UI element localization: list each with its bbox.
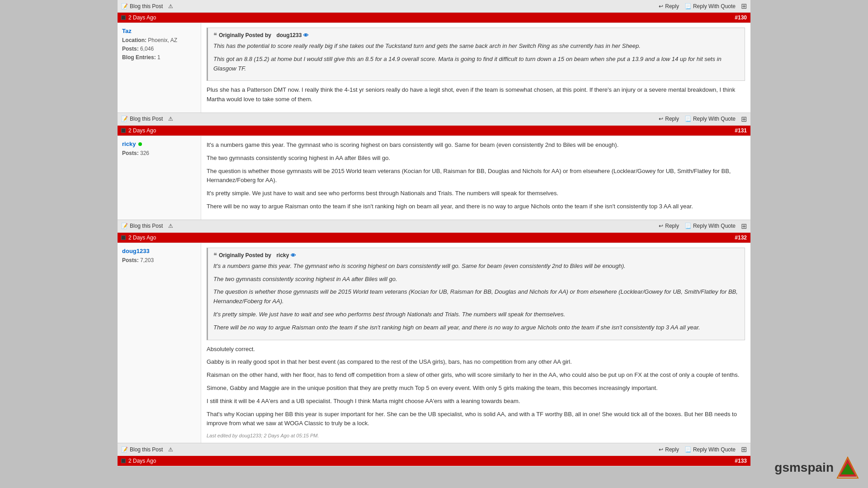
post-133-partial: 2 Days Ago #133 bbox=[118, 456, 750, 466]
post-130-reply-quote-icon: 📃 bbox=[684, 116, 691, 122]
post-130-footer-left: 📝 Blog this Post ⚠ bbox=[121, 116, 173, 122]
top-action-bar: 📝 Blog this Post ⚠ ↩ Reply 📃 Reply With … bbox=[118, 0, 750, 13]
post-132-time: 2 Days Ago bbox=[128, 235, 156, 241]
warn-icon-top[interactable]: ⚠ bbox=[168, 3, 173, 9]
post-132-quote-line-4: It's pretty simple. We just have to wait… bbox=[213, 310, 739, 319]
blog-this-post-top[interactable]: 📝 Blog this Post bbox=[121, 3, 163, 9]
post-132-text-5: I still think it will be 4 AA'ers and a … bbox=[207, 397, 745, 406]
post-131-user-meta: Posts: 326 bbox=[122, 149, 196, 158]
post-130: 2 Days Ago #130 Taz Location: Phoenix, A… bbox=[118, 13, 750, 126]
logo-icon bbox=[836, 456, 859, 466]
post-130-blog-button[interactable]: 📝 Blog this Post bbox=[121, 116, 163, 122]
post-131-content: It's a numbers game this year. The gymna… bbox=[201, 136, 750, 220]
post-130-quote-line-2: This got an 8.8 (15.2) at home but I wou… bbox=[213, 55, 739, 74]
post-132-blog-button[interactable]: 📝 Blog this Post bbox=[121, 446, 163, 453]
post-132-user-meta: Posts: 7,203 bbox=[122, 256, 196, 265]
post-132-view-post-icon[interactable]: 👁 bbox=[291, 253, 296, 258]
post-130-username: Taz bbox=[122, 28, 196, 34]
post-132-header: 2 Days Ago #132 bbox=[118, 233, 750, 243]
post-131-reply-quote-icon: 📃 bbox=[684, 223, 691, 229]
post-131-number: #131 bbox=[735, 127, 747, 134]
post-132-quote: ❝ Originally Posted by ricky 👁 It's a nu… bbox=[207, 248, 745, 340]
post-130-quote: ❝ Originally Posted by doug1233 👁 This h… bbox=[207, 28, 745, 81]
post-130-body: Taz Location: Phoenix, AZ Posts: 6,046 B… bbox=[118, 23, 750, 113]
post-130-reply-quote-button[interactable]: 📃 Reply With Quote bbox=[684, 116, 736, 122]
reply-with-quote-top-button[interactable]: 📃 Reply With Quote bbox=[684, 3, 736, 9]
post-131-footer: 📝 Blog this Post ⚠ ↩ Reply 📃 Reply With … bbox=[118, 220, 750, 232]
logo-text: gsmspain bbox=[774, 460, 834, 466]
post-132: 2 Days Ago #132 doug1233 Posts: 7,203 ❝ … bbox=[118, 233, 750, 456]
post-130-posts: Posts: 6,046 bbox=[122, 45, 196, 53]
post-131-posts: Posts: 326 bbox=[122, 149, 196, 158]
post-131-header: 2 Days Ago #131 bbox=[118, 126, 750, 136]
post-132-user-info: doug1233 Posts: 7,203 bbox=[118, 243, 201, 443]
post-131-username: ricky bbox=[122, 141, 196, 147]
post-130-reply-icon: ↩ bbox=[659, 116, 663, 122]
post-132-footer: 📝 Blog this Post ⚠ ↩ Reply 📃 Reply With … bbox=[118, 443, 750, 455]
post-130-blog-icon: 📝 bbox=[121, 116, 128, 122]
post-130-text-1: Plus she has a Patterson DMT now. I real… bbox=[207, 85, 745, 104]
post-132-quote-line-1: It's a numbers game this year. The gymna… bbox=[213, 262, 739, 271]
post-133-status-square bbox=[121, 459, 126, 463]
post-130-content: ❝ Originally Posted by doug1233 👁 This h… bbox=[201, 23, 750, 113]
post-132-warn-button[interactable]: ⚠ bbox=[168, 446, 173, 453]
post-132-quote-line-2: The two gymnasts consistently scoring hi… bbox=[213, 275, 739, 284]
post-130-quote-line-1: This has the potential to score really r… bbox=[213, 42, 739, 51]
post-131-header-left: 2 Days Ago bbox=[121, 127, 156, 134]
post-132-footer-right: ↩ Reply 📃 Reply With Quote ⊞ bbox=[659, 445, 747, 454]
reply-top-icon: ↩ bbox=[659, 3, 663, 9]
post-130-quoted-user: doug1233 bbox=[276, 32, 302, 38]
post-132-quote-line-3: The question is whether those gymnasts w… bbox=[213, 287, 739, 306]
post-132-text-4: Simone, Gabby and Maggie are in the uniq… bbox=[207, 384, 745, 393]
post-132-text-6: That's why Kocian upping her BB this yea… bbox=[207, 410, 745, 429]
post-130-user-info: Taz Location: Phoenix, AZ Posts: 6,046 B… bbox=[118, 23, 201, 113]
post-132-reply-button[interactable]: ↩ Reply bbox=[659, 446, 679, 453]
post-131-text-1: It's a numbers game this year. The gymna… bbox=[207, 141, 745, 150]
post-132-quote-icon: ❝ bbox=[213, 252, 217, 259]
post-131-multi-options[interactable]: ⊞ bbox=[741, 222, 747, 230]
post-130-multi-options[interactable]: ⊞ bbox=[741, 115, 747, 123]
post-132-reply-quote-button[interactable]: 📃 Reply With Quote bbox=[684, 446, 736, 453]
post-130-header: 2 Days Ago #130 bbox=[118, 13, 750, 23]
post-132-text-3: Raisman on the other hand, with her floo… bbox=[207, 371, 745, 380]
post-132-header-left: 2 Days Ago bbox=[121, 235, 156, 241]
post-131-reply-quote-button[interactable]: 📃 Reply With Quote bbox=[684, 223, 736, 229]
post-131-reply-icon: ↩ bbox=[659, 223, 663, 229]
multi-options-top[interactable]: ⊞ bbox=[741, 2, 747, 10]
post-131-reply-button[interactable]: ↩ Reply bbox=[659, 223, 679, 229]
post-132-number: #132 bbox=[735, 235, 747, 241]
post-131-blog-button[interactable]: 📝 Blog this Post bbox=[121, 223, 163, 229]
post-130-number: #130 bbox=[735, 14, 747, 21]
post-131-body: ricky Posts: 326 It's a numbers game thi… bbox=[118, 136, 750, 220]
post-131-blog-icon: 📝 bbox=[121, 223, 128, 229]
post-130-time: 2 Days Ago bbox=[128, 14, 156, 21]
post-130-reply-button[interactable]: ↩ Reply bbox=[659, 116, 679, 122]
post-132-multi-options[interactable]: ⊞ bbox=[741, 445, 747, 454]
post-131-text-4: It's pretty simple. We just have to wait… bbox=[207, 189, 745, 198]
reply-quote-top-icon: 📃 bbox=[684, 3, 691, 9]
post-132-text-2: Gabby is in really good spot in that her… bbox=[207, 357, 745, 367]
post-132-blog-icon: 📝 bbox=[121, 446, 128, 453]
post-132-reply-icon: ↩ bbox=[659, 446, 663, 453]
post-131-footer-right: ↩ Reply 📃 Reply With Quote ⊞ bbox=[659, 222, 747, 230]
post-132-posts: Posts: 7,203 bbox=[122, 256, 196, 265]
reply-top-button[interactable]: ↩ Reply bbox=[659, 3, 679, 9]
post-132-content: ❝ Originally Posted by ricky 👁 It's a nu… bbox=[201, 243, 750, 443]
post-133-header: 2 Days Ago #133 bbox=[118, 456, 750, 466]
post-131-time: 2 Days Ago bbox=[128, 127, 156, 134]
post-131-warn-button[interactable]: ⚠ bbox=[168, 223, 173, 229]
post-130-warn-button[interactable]: ⚠ bbox=[168, 116, 173, 122]
page-wrapper: 📝 Blog this Post ⚠ ↩ Reply 📃 Reply With … bbox=[118, 0, 750, 466]
post-132-body: doug1233 Posts: 7,203 ❝ Originally Poste… bbox=[118, 243, 750, 443]
post-131-text-3: The question is whether those gymnasts w… bbox=[207, 167, 745, 186]
post-131-user-info: ricky Posts: 326 bbox=[118, 136, 201, 220]
post-130-quote-header: ❝ Originally Posted by doug1233 👁 bbox=[213, 32, 739, 39]
post-130-view-post-icon[interactable]: 👁 bbox=[303, 33, 308, 38]
post-130-footer-right: ↩ Reply 📃 Reply With Quote ⊞ bbox=[659, 115, 747, 123]
post-131-text-2: The two gymnasts consistently scoring hi… bbox=[207, 154, 745, 163]
post-132-quote-header: ❝ Originally Posted by ricky 👁 bbox=[213, 252, 739, 259]
post-130-user-meta: Location: Phoenix, AZ Posts: 6,046 Blog … bbox=[122, 36, 196, 62]
post-130-status-square bbox=[121, 15, 126, 20]
post-133-number: #133 bbox=[735, 458, 747, 464]
post-131-online-indicator bbox=[138, 142, 142, 146]
